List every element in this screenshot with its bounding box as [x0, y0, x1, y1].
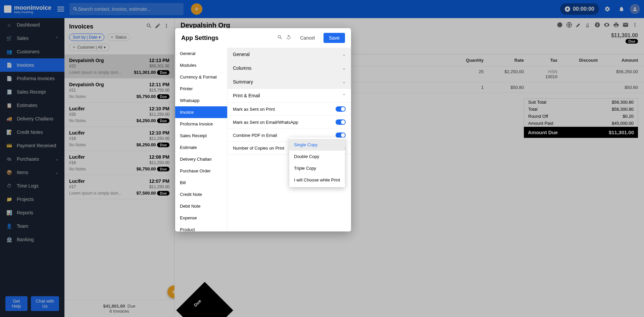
invoice-row[interactable]: Lucifer12:07 PM #17$11,250.00 Lorem Ipsu… [64, 175, 174, 199]
list-search-icon[interactable] [146, 23, 152, 30]
settings-nav-invoice[interactable]: Invoice [175, 106, 227, 118]
list-footer: $41,801.00 Due 6 Invoices [64, 300, 174, 317]
sidebar-item-banking[interactable]: 🏦Banking [0, 233, 64, 246]
invoice-row[interactable]: Lucifer12:10 PM #19$11,250.00 No Notes$6… [64, 127, 174, 151]
status-filter-chip[interactable]: +Status [107, 34, 130, 41]
sidebar: ⌂Dashboard🛒Sales⌃👥Customers📄Invoices📄Pro… [0, 18, 64, 317]
settings-nav-credit-note[interactable]: Credit Note [175, 189, 227, 200]
sidebar-icon: 👥 [6, 49, 12, 55]
sidebar-item-sales[interactable]: 🛒Sales⌃ [0, 32, 64, 45]
detail-more-icon[interactable] [632, 22, 638, 29]
dropdown-option[interactable]: Double Copy [289, 151, 345, 162]
sidebar-item-payment-received[interactable]: 💳Payment Received [0, 139, 64, 152]
timer[interactable]: 00:00:00 [560, 3, 599, 15]
chat-button[interactable]: Chat with Us [31, 296, 59, 311]
setting-sent-on-print: Mark as Sent on Print [228, 103, 351, 116]
sidebar-item-projects[interactable]: 📁Projects [0, 193, 64, 206]
toggle[interactable] [336, 106, 346, 112]
chevron-down-icon: ⌄ [342, 80, 346, 84]
brand-tagline: easy invoicing [14, 10, 51, 14]
dropdown-option[interactable]: I will Choose while Print [289, 174, 345, 186]
settings-nav-general[interactable]: General [175, 48, 227, 59]
sidebar-item-label: Payment Received [17, 143, 56, 148]
sidebar-item-invoices[interactable]: 📄Invoices [0, 58, 64, 72]
timer-value: 00:00:00 [573, 6, 594, 12]
sidebar-item-label: Team [17, 223, 28, 229]
svg-text:S: S [586, 22, 589, 27]
section-general[interactable]: General⌄ [228, 48, 351, 61]
invoice-list-panel: Invoices Sort by | Date ▾ +Status +Custo… [64, 18, 175, 317]
user-avatar[interactable] [630, 4, 640, 14]
sidebar-item-delivery-challans[interactable]: 🚚Delivery Challans [0, 112, 64, 125]
svg-text:$: $ [596, 22, 598, 27]
sidebar-item-customers[interactable]: 👥Customers [0, 45, 64, 58]
eye-icon[interactable] [604, 22, 610, 29]
section-print-email[interactable]: Print & Email⌃ [228, 89, 351, 103]
chevron-down-icon: ▾ [104, 45, 106, 50]
settings-nav-debit-note[interactable]: Debit Note [175, 200, 227, 212]
sidebar-item-label: Items [17, 170, 28, 175]
settings-nav-estimate[interactable]: Estimate [175, 142, 227, 153]
sidebar-item-dashboard[interactable]: ⌂Dashboard [0, 18, 64, 32]
invoice-row[interactable]: Devpalsinh Org12:13 PM #22$56,301.00 Lor… [64, 54, 174, 78]
globe-icon[interactable] [566, 22, 572, 29]
sidebar-item-reports[interactable]: 📊Reports [0, 206, 64, 219]
settings-nav-whatsapp[interactable]: Whatsapp [175, 95, 227, 106]
list-edit-icon[interactable] [155, 23, 161, 30]
toggle[interactable] [336, 119, 346, 125]
dropdown-option[interactable]: Single Copy [289, 139, 345, 151]
customer-filter-chip[interactable]: +Customer | All ▾ [69, 44, 109, 51]
invoice-row[interactable]: Lucifer12:10 PM #20$11,250.00 No Notes$4… [64, 103, 174, 127]
settings-nav-sales-receipt[interactable]: Sales Receipt [175, 130, 227, 142]
list-more-icon[interactable] [163, 23, 169, 30]
settings-nav-delivery-challan[interactable]: Delivery Challan [175, 153, 227, 165]
modal-reset-icon[interactable] [286, 35, 291, 41]
settings-nav-proforma-invoice[interactable]: Proforma Invoice [175, 118, 227, 130]
search-icon [73, 6, 78, 12]
global-add-button[interactable]: + [191, 3, 202, 15]
sidebar-item-credit-notes[interactable]: 📝Credit Notes [0, 125, 64, 139]
sidebar-item-items[interactable]: 📦Items⌄ [0, 166, 64, 179]
notifications-icon[interactable] [616, 3, 627, 15]
global-search[interactable] [69, 3, 184, 15]
section-summary[interactable]: Summary⌄ [228, 75, 351, 89]
settings-nav-expense[interactable]: Expense [175, 212, 227, 224]
dropdown-option[interactable]: Triple Copy [289, 162, 345, 174]
cancel-button[interactable]: Cancel [295, 33, 320, 43]
due-ribbon: Due [176, 282, 233, 317]
save-button[interactable]: Save [324, 33, 345, 43]
settings-nav-currency-format[interactable]: Currency & Format [175, 71, 227, 83]
settings-nav-product[interactable]: Product [175, 224, 227, 231]
col-rate: Rate [484, 58, 524, 63]
sidebar-icon: 🚚 [6, 116, 12, 122]
settings-icon[interactable] [602, 3, 613, 15]
invoice-row[interactable]: Devpalsinh Org12:11 PM #21$15,750.00 No … [64, 78, 174, 103]
sidebar-item-label: Purchases [17, 156, 39, 162]
email-icon[interactable] [623, 22, 629, 29]
menu-toggle-icon[interactable] [57, 5, 65, 13]
toggle[interactable] [336, 133, 346, 138]
modal-search-icon[interactable] [277, 35, 283, 41]
sidebar-item-sales-receipt[interactable]: 🧾Sales Receipt [0, 85, 64, 99]
sidebar-item-purchases[interactable]: 🛍Purchases⌄ [0, 152, 64, 166]
edit-icon[interactable] [576, 22, 582, 29]
brand[interactable]: mooninvoice easy invoicing [4, 4, 51, 14]
sidebar-icon: 👤 [6, 223, 12, 229]
settings-nav-modules[interactable]: Modules [175, 59, 227, 71]
print-icon[interactable] [613, 22, 619, 29]
search-input[interactable] [78, 6, 180, 12]
section-columns[interactable]: Columns⌄ [228, 61, 351, 75]
strike-icon[interactable]: S [585, 22, 591, 29]
settings-nav-purchase-order[interactable]: Purchase Order [175, 165, 227, 177]
get-help-button[interactable]: Get Help [5, 296, 28, 311]
settings-nav-bill[interactable]: Bill [175, 177, 227, 189]
clock-icon[interactable] [557, 22, 563, 29]
currency-icon[interactable]: $ [594, 22, 600, 29]
sidebar-item-estimates[interactable]: 📋Estimates [0, 99, 64, 112]
sort-chip[interactable]: Sort by | Date ▾ [69, 34, 104, 41]
invoice-row[interactable]: Lucifer12:08 PM #18$11,250.00 No Notes$6… [64, 151, 174, 175]
sidebar-item-time-logs[interactable]: ⏱Time Logs [0, 179, 64, 193]
settings-nav-printer[interactable]: Printer [175, 83, 227, 95]
sidebar-item-team[interactable]: 👤Team [0, 219, 64, 233]
sidebar-item-proforma-invoices[interactable]: 📄Proforma Invoices [0, 72, 64, 85]
